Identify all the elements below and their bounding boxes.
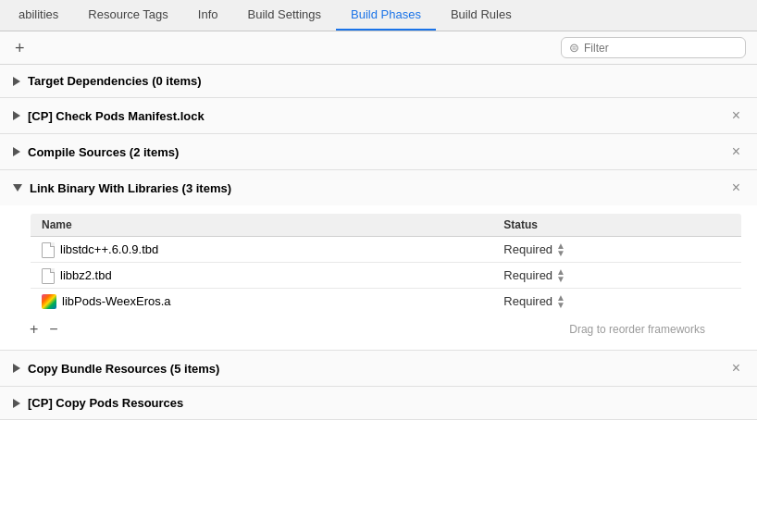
phase-close-button[interactable]: ×	[728, 107, 744, 124]
phase-section-copy-bundle-resources: Copy Bundle Resources (5 items)×	[0, 351, 757, 387]
table-row[interactable]: libbz2.tbdRequired▲▼	[31, 263, 742, 289]
phase-header-copy-bundle-resources[interactable]: Copy Bundle Resources (5 items)×	[0, 351, 757, 386]
phase-section-target-dependencies: Target Dependencies (0 items)	[0, 65, 757, 98]
table-col-header-name: Name	[31, 214, 493, 237]
stepper-icon[interactable]: ▲▼	[556, 268, 565, 283]
phase-title: Link Binary With Libraries (3 items)	[30, 181, 231, 195]
table-row[interactable]: libPods-WeexEros.aRequired▲▼	[31, 289, 742, 315]
phase-header-compile-sources[interactable]: Compile Sources (2 items)×	[0, 134, 757, 169]
status-text: Required	[503, 242, 552, 256]
tab-build-phases[interactable]: Build Phases	[336, 0, 436, 31]
phase-close-button[interactable]: ×	[728, 179, 744, 196]
table-row[interactable]: libstdc++.6.0.9.tbdRequired▲▼	[31, 237, 742, 263]
add-phase-button[interactable]: +	[11, 40, 29, 56]
table-col-header-status: Status	[492, 214, 741, 237]
phase-section-check-pods-manifest: [CP] Check Pods Manifest.lock×	[0, 98, 757, 134]
triangle-icon	[13, 399, 20, 408]
triangle-icon	[13, 184, 22, 192]
phase-title: Target Dependencies (0 items)	[28, 74, 202, 88]
tab-abilities[interactable]: abilities	[4, 0, 73, 31]
tab-build-rules[interactable]: Build Rules	[436, 0, 527, 31]
tab-bar: abilitiesResource TagsInfoBuild Settings…	[0, 0, 757, 31]
remove-framework-button[interactable]: −	[49, 322, 57, 337]
add-framework-button[interactable]: +	[30, 322, 38, 337]
phase-header-check-pods-manifest[interactable]: [CP] Check Pods Manifest.lock×	[0, 98, 757, 133]
filter-input[interactable]	[584, 42, 738, 55]
triangle-icon	[13, 364, 20, 373]
phase-close-button[interactable]: ×	[728, 360, 744, 377]
content-area: Target Dependencies (0 items)[CP] Check …	[0, 65, 757, 420]
tab-info[interactable]: Info	[183, 0, 233, 31]
phase-section-copy-pods-resources: [CP] Copy Pods Resources	[0, 387, 757, 420]
phase-title: [CP] Check Pods Manifest.lock	[28, 109, 205, 123]
file-icon	[42, 268, 55, 283]
triangle-icon	[13, 111, 20, 120]
library-image-icon	[42, 294, 56, 309]
file-icon	[42, 242, 55, 257]
tab-build-settings[interactable]: Build Settings	[233, 0, 337, 31]
triangle-icon	[13, 147, 20, 156]
triangle-icon	[13, 77, 20, 86]
phase-title: [CP] Copy Pods Resources	[28, 396, 183, 410]
phase-title: Copy Bundle Resources (5 items)	[28, 362, 219, 376]
frameworks-table: NameStatuslibstdc++.6.0.9.tbdRequired▲▼l…	[30, 213, 742, 315]
filter-box: ⊜	[561, 37, 746, 58]
tab-resource-tags[interactable]: Resource Tags	[73, 0, 182, 31]
drag-hint: Drag to reorder frameworks	[569, 323, 705, 336]
toolbar: + ⊜	[0, 31, 757, 65]
status-text: Required	[503, 268, 552, 282]
phase-close-button[interactable]: ×	[728, 143, 744, 160]
stepper-icon[interactable]: ▲▼	[556, 242, 565, 257]
filter-icon: ⊜	[569, 41, 579, 55]
library-name: libbz2.tbd	[60, 268, 112, 282]
status-text: Required	[503, 294, 552, 308]
phase-header-target-dependencies[interactable]: Target Dependencies (0 items)	[0, 65, 757, 97]
table-footer: +−Drag to reorder frameworks	[30, 320, 742, 339]
phase-header-copy-pods-resources[interactable]: [CP] Copy Pods Resources	[0, 387, 757, 419]
phase-section-link-binary: Link Binary With Libraries (3 items)×Nam…	[0, 170, 757, 351]
library-name: libPods-WeexEros.a	[62, 294, 171, 308]
stepper-icon[interactable]: ▲▼	[556, 294, 565, 309]
phase-body-link-binary: NameStatuslibstdc++.6.0.9.tbdRequired▲▼l…	[0, 205, 757, 350]
library-name: libstdc++.6.0.9.tbd	[60, 242, 158, 256]
phase-title: Compile Sources (2 items)	[28, 145, 179, 159]
phase-header-link-binary[interactable]: Link Binary With Libraries (3 items)×	[0, 170, 757, 205]
phase-section-compile-sources: Compile Sources (2 items)×	[0, 134, 757, 170]
